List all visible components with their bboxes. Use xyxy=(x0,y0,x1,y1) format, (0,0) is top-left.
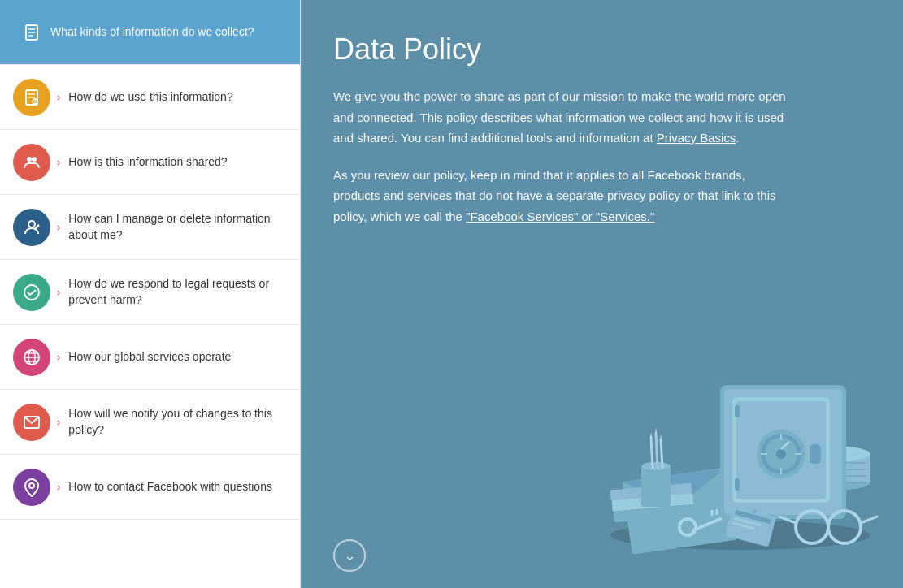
use-icon xyxy=(13,79,50,116)
sidebar-item-notify[interactable]: ›How will we notify you of changes to th… xyxy=(0,390,300,455)
svg-line-58 xyxy=(656,434,658,468)
policy-paragraph-1: We give you the power to share as part o… xyxy=(333,86,788,149)
services-link[interactable]: "Facebook Services" or "Services." xyxy=(466,210,654,223)
global-chevron: › xyxy=(57,351,60,363)
legal-label: How do we respond to legal requests or p… xyxy=(68,276,287,308)
svg-point-21 xyxy=(29,483,34,488)
shared-chevron: › xyxy=(57,156,60,168)
use-chevron: › xyxy=(57,91,60,103)
sidebar-item-use[interactable]: ›How do we use this information? xyxy=(0,65,300,130)
collect-icon xyxy=(13,14,50,51)
notify-chevron: › xyxy=(57,416,60,428)
legal-icon xyxy=(13,274,50,311)
shared-label: How is this information shared? xyxy=(68,154,227,171)
svg-marker-60 xyxy=(650,432,652,438)
svg-point-46 xyxy=(776,449,786,459)
sidebar-item-manage[interactable]: ›How can I manage or delete information … xyxy=(0,195,300,260)
sidebar-item-shared[interactable]: ›How is this information shared? xyxy=(0,130,300,195)
manage-label: How can I manage or delete information a… xyxy=(68,211,287,243)
notify-icon xyxy=(13,404,50,441)
collect-label: What kinds of information do we collect? xyxy=(50,24,254,41)
global-icon xyxy=(13,339,50,376)
sidebar-item-contact[interactable]: ›How to contact Facebook with questions xyxy=(0,455,300,520)
svg-marker-62 xyxy=(660,434,662,440)
sidebar-item-legal[interactable]: ›How do we respond to legal requests or … xyxy=(0,260,300,325)
svg-rect-54 xyxy=(735,478,740,491)
svg-line-72 xyxy=(861,517,877,523)
svg-line-13 xyxy=(37,225,39,227)
svg-rect-55 xyxy=(641,466,671,507)
svg-line-59 xyxy=(661,440,662,468)
svg-point-10 xyxy=(32,157,37,162)
sidebar: What kinds of information do we collect?… xyxy=(0,0,301,588)
svg-point-11 xyxy=(28,221,35,227)
scroll-down-button[interactable]: ⌄ xyxy=(333,539,366,572)
page-title: Data Policy xyxy=(333,32,870,67)
use-label: How do we use this information? xyxy=(68,89,232,106)
policy-paragraph-2: As you review our policy, keep in mind t… xyxy=(333,165,788,227)
contact-chevron: › xyxy=(57,481,60,493)
shared-icon xyxy=(13,144,50,181)
svg-point-9 xyxy=(27,157,32,162)
manage-chevron: › xyxy=(57,221,60,233)
illustration xyxy=(562,296,887,556)
sidebar-item-collect[interactable]: What kinds of information do we collect? xyxy=(0,0,300,65)
svg-point-56 xyxy=(641,462,671,470)
contact-label: How to contact Facebook with questions xyxy=(68,479,272,495)
notify-label: How will we notify you of changes to thi… xyxy=(68,406,287,438)
svg-marker-61 xyxy=(655,427,657,434)
manage-icon xyxy=(13,209,50,246)
svg-rect-52 xyxy=(810,444,821,464)
sidebar-item-global[interactable]: ›How our global services operate xyxy=(0,325,300,390)
contact-icon xyxy=(13,469,50,506)
global-label: How our global services operate xyxy=(68,349,231,365)
svg-rect-53 xyxy=(735,405,740,417)
main-content: Data Policy We give you the power to sha… xyxy=(301,0,903,588)
svg-line-57 xyxy=(651,438,653,468)
privacy-basics-link[interactable]: Privacy Basics xyxy=(657,131,736,145)
legal-chevron: › xyxy=(57,286,60,298)
